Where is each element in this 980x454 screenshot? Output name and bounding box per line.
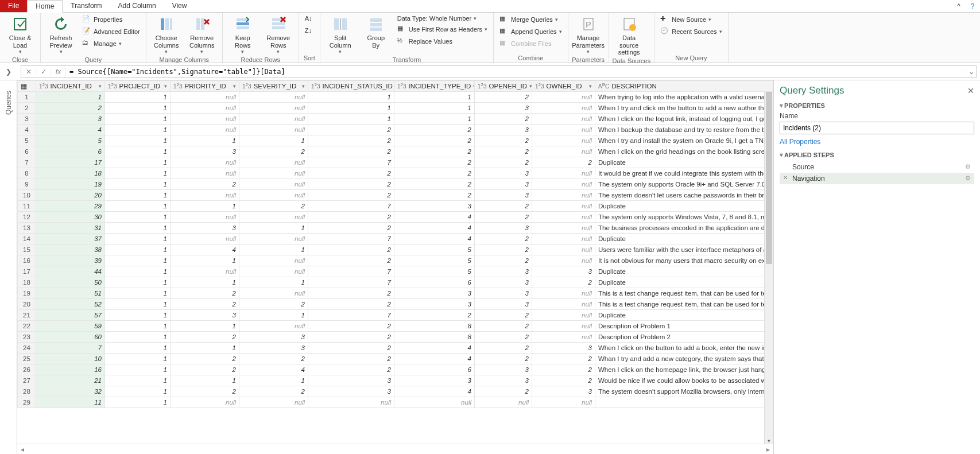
cell[interactable]: null bbox=[171, 157, 239, 168]
row-number[interactable]: 5 bbox=[18, 135, 36, 146]
row-number[interactable]: 8 bbox=[18, 168, 36, 179]
cell[interactable]: null bbox=[239, 157, 308, 168]
filter-icon[interactable]: ▾ bbox=[589, 83, 592, 89]
cell[interactable]: 3 bbox=[532, 343, 595, 354]
cell[interactable]: null bbox=[171, 125, 239, 135]
table-row[interactable]: 2157131722nullDuplicate bbox=[18, 310, 774, 321]
cell[interactable]: 2 bbox=[171, 332, 239, 343]
cell[interactable]: 2 bbox=[475, 146, 532, 157]
cell[interactable]: 2 bbox=[308, 146, 394, 157]
cell[interactable]: 39 bbox=[36, 255, 105, 266]
row-number[interactable]: 12 bbox=[18, 212, 36, 223]
cell[interactable]: Duplicate bbox=[595, 266, 774, 277]
column-header-description[interactable]: ABCDESCRIPTION▾ bbox=[595, 81, 774, 92]
formula-expand-icon[interactable]: ⌄ bbox=[966, 68, 976, 76]
cell[interactable]: 1 bbox=[105, 321, 171, 332]
cell[interactable]: 4 bbox=[394, 223, 475, 234]
sort-asc-button[interactable]: A↓ bbox=[303, 14, 316, 25]
cell[interactable]: null bbox=[239, 234, 308, 245]
cell[interactable]: 1 bbox=[105, 364, 171, 375]
refresh-preview-button[interactable]: Refresh Preview bbox=[44, 14, 78, 56]
cell[interactable]: null bbox=[532, 255, 595, 266]
cell[interactable]: 2 bbox=[308, 212, 394, 223]
cell[interactable]: 2 bbox=[394, 310, 475, 321]
cell[interactable]: 3 bbox=[475, 125, 532, 135]
applied-step-source[interactable]: Source⚙ bbox=[780, 161, 974, 173]
cell[interactable]: 2 bbox=[308, 321, 394, 332]
cell[interactable]: 1 bbox=[171, 255, 239, 266]
cell[interactable]: 3 bbox=[239, 332, 308, 343]
cell[interactable]: 3 bbox=[394, 288, 475, 299]
cell[interactable]: 1 bbox=[105, 157, 171, 168]
row-number[interactable]: 15 bbox=[18, 245, 36, 255]
cell[interactable]: null bbox=[532, 234, 595, 245]
cell[interactable]: null bbox=[171, 234, 239, 245]
cell[interactable]: 3 bbox=[475, 179, 532, 190]
cell[interactable]: 1 bbox=[105, 92, 171, 103]
cell[interactable]: 1 bbox=[105, 103, 171, 114]
cell[interactable]: The system doesn't let users cache passw… bbox=[595, 190, 774, 201]
cell[interactable]: 5 bbox=[36, 135, 105, 146]
cell[interactable]: null bbox=[239, 255, 308, 266]
cell[interactable]: 2 bbox=[475, 114, 532, 125]
cell[interactable]: 2 bbox=[171, 179, 239, 190]
cell[interactable]: Duplicate bbox=[595, 157, 774, 168]
cell[interactable]: 16 bbox=[36, 364, 105, 375]
row-number[interactable]: 29 bbox=[18, 397, 36, 408]
cell[interactable]: 59 bbox=[36, 321, 105, 332]
cell[interactable]: 2 bbox=[308, 343, 394, 354]
row-number[interactable]: 20 bbox=[18, 299, 36, 310]
cell[interactable]: 2 bbox=[239, 146, 308, 157]
cell[interactable]: null bbox=[171, 212, 239, 223]
split-column-button[interactable]: Split Column bbox=[324, 14, 357, 56]
cell[interactable]: 1 bbox=[239, 277, 308, 288]
cell[interactable]: 4 bbox=[394, 234, 475, 245]
cell[interactable]: 3 bbox=[475, 299, 532, 310]
cell[interactable]: 32 bbox=[36, 386, 105, 397]
cell[interactable]: When trying to log into the application … bbox=[595, 92, 774, 103]
row-number[interactable]: 10 bbox=[18, 190, 36, 201]
cell[interactable]: 3 bbox=[171, 146, 239, 157]
cell[interactable]: 2 bbox=[308, 125, 394, 135]
cell[interactable]: 1 bbox=[105, 114, 171, 125]
remove-rows-button[interactable]: Remove Rows bbox=[262, 14, 295, 56]
table-row[interactable]: 2471132423When I click on the button to … bbox=[18, 343, 774, 354]
table-row[interactable]: 225911null282nullDescription of Problem … bbox=[18, 321, 774, 332]
cell[interactable]: 3 bbox=[475, 190, 532, 201]
cell[interactable]: 2 bbox=[239, 201, 308, 212]
table-row[interactable]: 2360123282nullDescription of Problem 2 bbox=[18, 332, 774, 343]
cell[interactable]: 57 bbox=[36, 310, 105, 321]
cell[interactable]: The system doesn't support Mozilla brows… bbox=[595, 386, 774, 397]
cell[interactable]: 3 bbox=[36, 114, 105, 125]
cell[interactable]: 3 bbox=[532, 266, 595, 277]
table-row[interactable]: 1331131243nullThe business processes enc… bbox=[18, 223, 774, 234]
cell[interactable]: 3 bbox=[475, 288, 532, 299]
cell[interactable]: 3 bbox=[475, 103, 532, 114]
cell[interactable]: 1 bbox=[105, 266, 171, 277]
cell[interactable]: 1 bbox=[105, 223, 171, 234]
cell[interactable]: 2 bbox=[239, 386, 308, 397]
cell[interactable]: 4 bbox=[394, 343, 475, 354]
cell[interactable]: 1 bbox=[105, 310, 171, 321]
table-row[interactable]: 2052122233nullThis is a test change requ… bbox=[18, 299, 774, 310]
cell[interactable]: 5 bbox=[394, 245, 475, 255]
cell[interactable]: The system only supports Oracle 9i+ and … bbox=[595, 179, 774, 190]
table-row[interactable]: 221nullnull113nullWhen I try and click o… bbox=[18, 103, 774, 114]
cell[interactable]: 2 bbox=[239, 354, 308, 364]
row-number[interactable]: 13 bbox=[18, 223, 36, 234]
cell[interactable]: 2 bbox=[394, 157, 475, 168]
cell[interactable]: null bbox=[171, 266, 239, 277]
cell[interactable]: 8 bbox=[394, 332, 475, 343]
column-header-incident_status_id[interactable]: 123INCIDENT_STATUS_ID▾ bbox=[308, 81, 394, 92]
queries-pane-toggle[interactable]: ❯ bbox=[0, 68, 17, 76]
cell[interactable]: 2 bbox=[171, 299, 239, 310]
cell[interactable]: null bbox=[239, 397, 308, 408]
table-row[interactable]: 27211113332Would be nice if we could all… bbox=[18, 375, 774, 386]
cell[interactable]: 1 bbox=[105, 343, 171, 354]
cell[interactable]: 1 bbox=[394, 92, 475, 103]
cell[interactable]: null bbox=[532, 146, 595, 157]
cell[interactable]: 3 bbox=[394, 375, 475, 386]
cell[interactable]: 21 bbox=[36, 375, 105, 386]
table-row[interactable]: 441nullnull223nullWhen I backup the data… bbox=[18, 125, 774, 135]
cell[interactable]: 2 bbox=[475, 343, 532, 354]
